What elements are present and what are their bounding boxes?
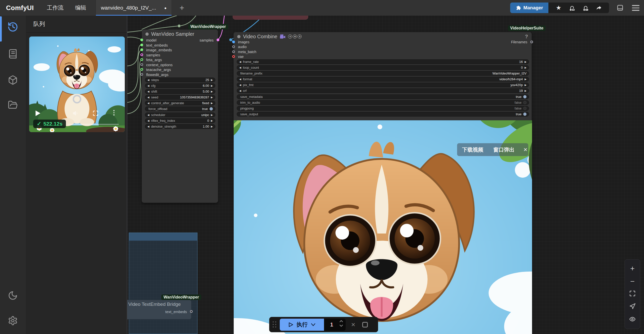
slot-dot-icon[interactable] (530, 41, 533, 43)
widget-filename-prefix[interactable]: filename_prefixWanVideoWrapper_I2V (237, 71, 529, 76)
decrement-icon[interactable]: ◀ (147, 124, 149, 129)
manager-button[interactable]: Manager (510, 3, 548, 13)
stop-icon[interactable] (362, 322, 368, 327)
popout-window-button[interactable]: 窗口弹出 (488, 146, 519, 153)
share-icon[interactable] (596, 5, 602, 11)
widget-format[interactable]: ◀formatvideo/h264-mp4▶ (237, 77, 529, 82)
decrement-icon[interactable]: ◀ (147, 113, 149, 117)
input-slot-context-options[interactable]: context_options (142, 62, 173, 67)
toggle-off-icon[interactable] (523, 107, 527, 110)
fullscreen-icon[interactable] (93, 110, 99, 117)
drag-handle-icon[interactable] (273, 321, 276, 328)
increment-icon[interactable]: ▶ (525, 59, 527, 64)
decrement-icon[interactable]: ◀ (147, 83, 149, 88)
widget-save-metadata[interactable]: save_metadatatrue (237, 94, 529, 99)
node-header[interactable]: WanVideo Sampler (142, 30, 218, 38)
panel-toggle-icon[interactable] (616, 4, 624, 11)
sidebar-item-workflows[interactable] (7, 99, 18, 110)
input-slot-samples[interactable]: samples (142, 52, 160, 57)
slot-dot-icon[interactable] (217, 39, 219, 41)
reroute-dot-blue[interactable] (229, 39, 232, 41)
menu-edit[interactable]: 编辑 (75, 4, 86, 12)
increment-icon[interactable]: ▶ (211, 113, 213, 117)
decrement-icon[interactable]: ◀ (239, 88, 241, 93)
favorites-star-icon[interactable]: ★ (555, 5, 562, 11)
toggle-on-icon[interactable] (210, 107, 213, 110)
slot-dot-icon[interactable] (232, 50, 235, 53)
mute-speaker-icon[interactable] (72, 110, 79, 118)
widget-scheduler[interactable]: ◀schedulerunipc▶ (145, 113, 215, 117)
increment-icon[interactable]: ▶ (211, 83, 213, 88)
new-workflow-button[interactable]: + (176, 0, 188, 16)
slot-dot-icon[interactable] (140, 53, 143, 56)
more-options-icon[interactable] (113, 110, 115, 116)
sidebar-item-model-library[interactable] (7, 75, 18, 86)
widget-cfg[interactable]: ◀cfg6.00▶ (145, 83, 215, 88)
increment-icon[interactable]: ▶ (211, 101, 213, 105)
widget-denoise-strength[interactable]: ◀denoise_strength1.00▶ (145, 124, 215, 129)
stepper-down-icon[interactable] (339, 324, 343, 327)
input-slot-model[interactable]: model (142, 38, 156, 43)
widget-frame-rate[interactable]: ◀frame_rate16▶ (237, 59, 529, 64)
widget-loop-count[interactable]: ◀loop_count0▶ (237, 65, 529, 70)
output-slot-samples[interactable]: samples (199, 38, 218, 43)
menu-workflow[interactable]: 工作流 (47, 4, 63, 12)
slot-dot-icon[interactable] (140, 48, 143, 51)
sidebar-item-queue-history[interactable] (7, 21, 18, 32)
increment-icon[interactable]: ▶ (525, 77, 527, 82)
increment-icon[interactable]: ▶ (525, 88, 527, 93)
input-slot-feta-args[interactable]: feta_args (142, 57, 162, 62)
hamburger-menu-icon[interactable] (632, 5, 639, 11)
video-combine-node[interactable]: Video Combine V H S ? images audio meta_… (233, 32, 532, 334)
input-slot-vae[interactable]: vae (234, 54, 244, 59)
input-slot-image-embeds[interactable]: image_embeds (142, 47, 172, 52)
workflow-tab[interactable]: wanvideo_480p_I2V_... ● (96, 0, 172, 16)
widget-crf[interactable]: ◀crf19▶ (237, 88, 529, 93)
collapse-dot-icon[interactable] (237, 35, 240, 38)
free-memory-icon[interactable] (582, 5, 589, 11)
decrement-icon[interactable]: ◀ (239, 83, 241, 87)
download-video-button[interactable]: 下载视频 (457, 146, 488, 153)
input-slot-flowedit-args[interactable]: flowedit_args (142, 72, 168, 77)
slot-dot-icon[interactable] (140, 68, 143, 71)
zoom-in-icon[interactable]: + (630, 265, 635, 272)
help-icon[interactable]: ? (525, 34, 528, 40)
input-slot-text-embeds[interactable]: text_embeds (142, 43, 168, 48)
increment-icon[interactable]: ▶ (211, 89, 213, 94)
slot-dot-icon[interactable] (140, 63, 143, 66)
slot-dot-icon[interactable] (140, 58, 143, 61)
widget-steps[interactable]: ◀steps25▶ (145, 78, 215, 82)
widget-force-offload[interactable]: force_offloadtrue (145, 106, 215, 111)
close-icon[interactable]: × (519, 146, 531, 154)
decrement-icon[interactable]: ◀ (147, 89, 149, 94)
stepper-up-icon[interactable] (339, 320, 343, 322)
decrement-icon[interactable]: ◀ (239, 59, 241, 64)
app-logo[interactable]: ComfyUI (6, 4, 34, 12)
toggle-on-icon[interactable] (523, 95, 527, 98)
theme-toggle-button[interactable] (7, 290, 18, 301)
sidebar-item-node-library[interactable] (7, 48, 18, 59)
widget-pix-fmt[interactable]: ◀pix_fmtyuv420p▶ (237, 83, 529, 87)
fit-view-icon[interactable] (629, 290, 636, 298)
toggle-link-visibility-icon[interactable] (629, 316, 636, 323)
decrement-icon[interactable]: ◀ (239, 65, 241, 70)
batch-count-input[interactable]: 1 (324, 319, 346, 331)
increment-icon[interactable]: ▶ (525, 83, 527, 87)
decrement-icon[interactable]: ◀ (147, 101, 149, 105)
collapsed-red-node[interactable] (233, 16, 308, 20)
widget-save-output[interactable]: save_outputtrue (237, 112, 529, 117)
zoom-out-icon[interactable]: − (630, 278, 635, 285)
reroute-dot-green[interactable] (178, 25, 181, 27)
select-pointer-icon[interactable] (629, 303, 636, 311)
increment-icon[interactable]: ▶ (525, 65, 527, 70)
input-slot-meta-batch[interactable]: meta_batch (234, 49, 256, 54)
play-icon[interactable] (35, 110, 41, 118)
slot-dot-icon[interactable] (232, 45, 235, 48)
slot-dot-icon[interactable] (140, 39, 143, 41)
increment-icon[interactable]: ▶ (211, 124, 213, 129)
slot-dot-icon[interactable] (232, 55, 235, 58)
input-slot-images[interactable]: images (234, 40, 249, 45)
run-button[interactable]: 执行 (280, 319, 324, 331)
output-slot-text-embeds[interactable]: text_embeds (165, 309, 191, 314)
widget-control-after-generate[interactable]: ◀control_after_generatefixed▶ (145, 101, 215, 105)
